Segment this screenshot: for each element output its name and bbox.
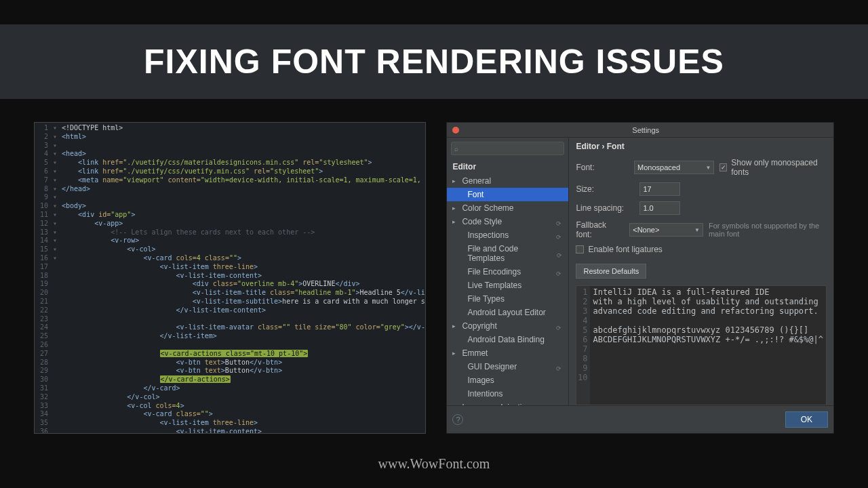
line-spacing-input[interactable] bbox=[639, 201, 680, 215]
fallback-label: Fallback font: bbox=[576, 220, 624, 239]
sidebar-item-file-encodings[interactable]: File Encodings bbox=[447, 265, 568, 279]
sidebar-item-language-injections[interactable]: ▸Language Injections bbox=[447, 401, 568, 405]
sync-icon bbox=[556, 232, 563, 239]
sidebar-item-android-data-binding[interactable]: Android Data Binding bbox=[447, 333, 568, 346]
sidebar-item-general[interactable]: ▸General bbox=[447, 174, 568, 188]
line-spacing-label: Line spacing: bbox=[576, 203, 634, 213]
sidebar-item-copyright[interactable]: ▸Copyright bbox=[447, 319, 568, 333]
ok-button[interactable]: OK bbox=[785, 411, 828, 428]
size-input[interactable] bbox=[639, 182, 680, 196]
sync-icon bbox=[557, 250, 564, 257]
size-label: Size: bbox=[576, 184, 634, 194]
sidebar-item-live-templates[interactable]: Live Templates bbox=[447, 279, 568, 292]
settings-main: Editor › Font Font: Monospaced ▼ ✓ Show … bbox=[569, 138, 833, 405]
sidebar-item-color-scheme[interactable]: ▸Color Scheme bbox=[447, 201, 568, 215]
search-icon: ⌕ bbox=[454, 145, 458, 152]
sync-icon bbox=[556, 218, 563, 225]
sync-icon bbox=[556, 268, 563, 275]
show-mono-checkbox[interactable]: ✓ Show only monospaced fonts bbox=[719, 158, 827, 177]
close-traffic-light[interactable] bbox=[452, 127, 459, 134]
line-number-gutter: 1234567891011121314151617181920212223242… bbox=[35, 123, 51, 433]
sidebar-item-intentions[interactable]: Intentions bbox=[447, 387, 568, 401]
footer-url: www.WowFont.com bbox=[0, 456, 868, 472]
fallback-combo[interactable]: <None> ▼ bbox=[629, 223, 703, 237]
ligatures-checkbox[interactable]: Enable font ligatures bbox=[576, 245, 662, 254]
font-preview[interactable]: 12345678910 IntelliJ IDEA is a full-feat… bbox=[576, 285, 827, 405]
dialog-title: Settings bbox=[463, 126, 828, 134]
sidebar-item-android-layout-editor[interactable]: Android Layout Editor bbox=[447, 306, 568, 319]
font-combo[interactable]: Monospaced ▼ bbox=[634, 161, 714, 174]
title-banner: FIXING FONT RENDERING ISSUES bbox=[0, 24, 868, 99]
breadcrumb: Editor › Font bbox=[576, 142, 827, 151]
fallback-hint: For symbols not supported by the main fo… bbox=[709, 222, 827, 238]
sidebar-item-images[interactable]: Images bbox=[447, 373, 568, 387]
dialog-buttonbar: ? OK bbox=[447, 405, 833, 433]
settings-dialog: Settings ⌕ Editor ▸GeneralFont▸Color Sch… bbox=[446, 122, 834, 434]
sidebar-header-editor[interactable]: Editor bbox=[447, 159, 568, 174]
help-icon[interactable]: ? bbox=[452, 414, 463, 425]
settings-search-input[interactable]: ⌕ bbox=[451, 142, 564, 155]
fold-gutter: ▾▾▾▾▾▾▾▾▾▾▾▾▾▾▾▾ bbox=[51, 123, 59, 433]
chevron-down-icon: ▼ bbox=[694, 227, 700, 233]
sidebar-item-font[interactable]: Font bbox=[447, 188, 568, 201]
sidebar-item-emmet[interactable]: ▸Emmet bbox=[447, 346, 568, 360]
sidebar-item-file-and-code-templates[interactable]: File and Code Templates bbox=[447, 242, 568, 265]
sidebar-item-code-style[interactable]: ▸Code Style bbox=[447, 215, 568, 228]
font-label: Font: bbox=[576, 163, 629, 172]
sidebar-item-gui-designer[interactable]: GUI Designer bbox=[447, 360, 568, 373]
code-area[interactable]: <!DOCTYPE html><html> <head> <link href=… bbox=[59, 123, 425, 433]
restore-defaults-button[interactable]: Restore Defaults bbox=[576, 264, 646, 279]
dialog-titlebar: Settings bbox=[447, 123, 833, 138]
page-title: FIXING FONT RENDERING ISSUES bbox=[144, 42, 724, 81]
code-editor-panel: 1234567891011121314151617181920212223242… bbox=[34, 122, 426, 434]
sidebar-item-file-types[interactable]: File Types bbox=[447, 292, 568, 306]
sync-icon bbox=[556, 363, 563, 370]
sidebar-item-inspections[interactable]: Inspections bbox=[447, 228, 568, 242]
sync-icon bbox=[556, 323, 563, 329]
chevron-down-icon: ▼ bbox=[705, 165, 711, 171]
settings-sidebar: ⌕ Editor ▸GeneralFont▸Color Scheme▸Code … bbox=[447, 138, 569, 405]
